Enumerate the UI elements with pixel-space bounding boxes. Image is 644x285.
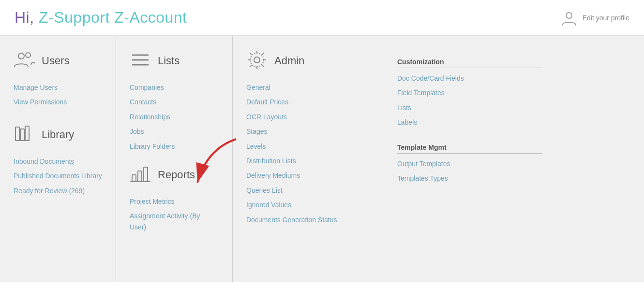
col-lists-reports: Lists Companies Contacts Relationships J… xyxy=(116,36,232,282)
templates-types-link[interactable]: Templates Types xyxy=(397,171,542,185)
lists-customization-link[interactable]: Lists xyxy=(397,100,542,115)
library-section-title: Library xyxy=(42,128,74,141)
library-icon xyxy=(14,123,35,146)
col-users-library: Users Manage Users View Permissions Libr… xyxy=(0,36,116,282)
levels-link[interactable]: Levels xyxy=(246,139,378,154)
svg-rect-5 xyxy=(25,126,29,141)
companies-link[interactable]: Companies xyxy=(130,80,218,95)
lists-icon xyxy=(130,49,151,72)
inbound-documents-link[interactable]: Inbound Documents xyxy=(14,154,102,169)
svg-rect-10 xyxy=(132,175,136,182)
project-metrics-link[interactable]: Project Metrics xyxy=(130,194,218,209)
queries-list-link[interactable]: Queries List xyxy=(246,183,378,198)
users-section-title: Users xyxy=(42,55,69,67)
admin-section-header: Admin xyxy=(246,49,378,72)
field-templates-link[interactable]: Field Templates xyxy=(397,86,542,100)
customization-subsection-title: Customization xyxy=(397,58,542,68)
col-admin: Admin General Default Prices OCR Layouts… xyxy=(232,36,644,282)
relationships-link[interactable]: Relationships xyxy=(130,110,218,124)
view-permissions-link[interactable]: View Permissions xyxy=(14,95,102,109)
svg-rect-11 xyxy=(138,171,142,182)
admin-section-title: Admin xyxy=(274,55,304,67)
jobs-link[interactable]: Jobs xyxy=(130,124,218,139)
doc-code-card-fields-link[interactable]: Doc Code/Card Fields xyxy=(397,71,542,86)
assignment-activity-link[interactable]: Assignment Activity (By User) xyxy=(130,209,218,234)
lists-section-header: Lists xyxy=(130,49,218,72)
template-mgmt-subsection-title: Template Mgmt xyxy=(397,143,542,154)
svg-point-16 xyxy=(250,53,264,67)
edit-profile-link[interactable]: Edit your profile xyxy=(583,14,629,22)
published-documents-library-link[interactable]: Published Documents Library xyxy=(14,169,102,183)
library-folders-link[interactable]: Library Folders xyxy=(130,139,218,154)
default-prices-link[interactable]: Default Prices xyxy=(246,95,378,109)
admin-icon xyxy=(246,49,268,72)
distribution-lists-link[interactable]: Distribution Lists xyxy=(246,154,378,168)
profile-icon xyxy=(560,9,578,27)
delivery-mediums-link[interactable]: Delivery Mediums xyxy=(246,168,378,183)
reports-section: Reports Project Metrics Assignment Activ… xyxy=(130,163,218,234)
svg-point-15 xyxy=(254,57,260,63)
output-templates-link[interactable]: Output Templates xyxy=(397,157,542,171)
header-right: Edit your profile xyxy=(560,9,629,27)
reports-section-header: Reports xyxy=(130,163,218,186)
lists-section-title: Lists xyxy=(158,55,180,67)
admin-right: Customization Doc Code/Card Fields Field… xyxy=(388,36,552,282)
svg-point-1 xyxy=(18,53,24,59)
admin-left: Admin General Default Prices OCR Layouts… xyxy=(233,36,388,282)
general-link[interactable]: General xyxy=(246,80,378,95)
header: Hi, Z-Support Z-Account Edit your profil… xyxy=(0,0,644,36)
reports-section-title: Reports xyxy=(158,169,195,181)
ignored-values-link[interactable]: Ignored Values xyxy=(246,198,378,212)
contacts-link[interactable]: Contacts xyxy=(130,95,218,109)
svg-rect-4 xyxy=(20,129,24,141)
users-icon xyxy=(14,49,35,72)
svg-rect-12 xyxy=(144,167,148,182)
svg-point-0 xyxy=(566,13,572,18)
ocr-layouts-link[interactable]: OCR Layouts xyxy=(246,110,378,124)
username-highlight: Z-Support Z-Account xyxy=(39,9,187,26)
stages-link[interactable]: Stages xyxy=(246,124,378,139)
page-title: Hi, Z-Support Z-Account xyxy=(15,9,187,27)
ready-for-review-link[interactable]: Ready for Review (269) xyxy=(14,184,102,198)
reports-icon xyxy=(130,163,151,186)
users-section-header: Users xyxy=(14,49,102,72)
svg-point-2 xyxy=(26,53,30,57)
library-section-header: Library xyxy=(14,123,102,146)
main-nav: Users Manage Users View Permissions Libr… xyxy=(0,36,644,282)
documents-generation-status-link[interactable]: Documents Generation Status xyxy=(246,213,378,227)
labels-link[interactable]: Labels xyxy=(397,115,542,129)
svg-rect-3 xyxy=(15,127,19,141)
manage-users-link[interactable]: Manage Users xyxy=(14,80,102,95)
